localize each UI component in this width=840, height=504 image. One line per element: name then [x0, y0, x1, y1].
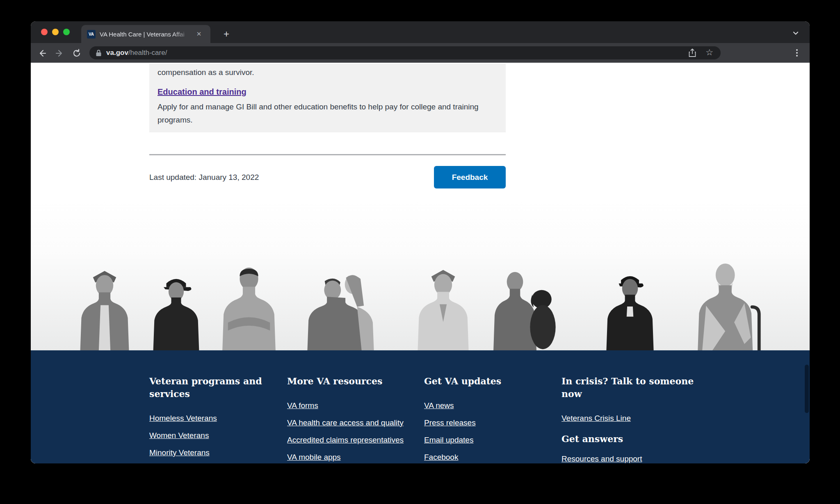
url-domain: va.gov: [106, 49, 128, 57]
veterans-photo-strip: [31, 198, 810, 350]
back-icon[interactable]: [37, 48, 48, 59]
bookmark-star-icon[interactable]: ☆: [705, 48, 713, 57]
footer-link-va-forms[interactable]: VA forms: [287, 401, 418, 410]
maximize-window-button[interactable]: [63, 29, 70, 35]
footer-link-minority-veterans[interactable]: Minority Veterans: [149, 448, 287, 457]
address-bar[interactable]: va.gov/health-care/ ☆: [89, 46, 721, 59]
lock-icon[interactable]: [95, 49, 102, 57]
footer-heading-programs: Veteran programs and services: [149, 375, 287, 400]
last-updated-text: Last updated: January 13, 2022: [149, 173, 259, 182]
veteran-photo-woman-garrison-cap: [410, 268, 477, 350]
main-content: compensation as a survivor. Education an…: [149, 63, 506, 188]
tab-search-chevron-icon[interactable]: [792, 30, 799, 39]
veteran-photo-officer: [149, 268, 203, 350]
veteran-photo-garrison-cap: [75, 269, 134, 350]
webpage-viewport: compensation as a survivor. Education an…: [31, 63, 810, 463]
tab-strip: VA VA Health Care | Veterans Affai ✕ +: [31, 21, 810, 43]
reload-icon[interactable]: [71, 48, 82, 59]
footer-link-va-mobile-apps[interactable]: VA mobile apps: [287, 453, 418, 462]
benefit-card-clipped-text: compensation as a survivor.: [158, 66, 498, 79]
footer-link-homeless-veterans[interactable]: Homeless Veterans: [149, 414, 287, 423]
page-scrollbar-thumb[interactable]: [805, 365, 809, 413]
forward-icon[interactable]: [54, 48, 65, 59]
url-path: /health-care/: [128, 49, 167, 57]
footer-link-press-releases[interactable]: Press releases: [424, 418, 555, 427]
veteran-photo-man-with-dog: [491, 265, 560, 350]
veteran-photo-flag-shirt-cane: [690, 261, 767, 350]
section-divider: [149, 154, 506, 155]
footer-link-veterans-crisis-line[interactable]: Veterans Crisis Line: [562, 414, 709, 423]
close-window-button[interactable]: [41, 29, 48, 35]
benefit-card: compensation as a survivor. Education an…: [149, 64, 506, 132]
footer-link-email-updates[interactable]: Email updates: [424, 436, 555, 445]
tab-close-icon[interactable]: ✕: [194, 29, 204, 39]
footer-link-resources-and-support[interactable]: Resources and support: [562, 454, 709, 463]
benefit-card-description: Apply for and manage GI Bill and other e…: [158, 100, 498, 127]
site-footer: Veteran programs and services Homeless V…: [31, 350, 810, 463]
footer-link-va-news[interactable]: VA news: [424, 401, 555, 410]
footer-heading-resources: More VA resources: [287, 375, 418, 388]
footer-column-programs: Veteran programs and services Homeless V…: [149, 375, 287, 463]
share-icon[interactable]: [688, 48, 697, 59]
footer-link-women-veterans[interactable]: Women Veterans: [149, 431, 287, 440]
footer-link-facebook[interactable]: Facebook: [424, 453, 555, 462]
va-favicon-icon: VA: [87, 30, 96, 39]
tab-title: VA Health Care | Veterans Affai: [100, 31, 193, 38]
veteran-photo-couple: [299, 272, 388, 350]
veteran-photo-marine-cap: [589, 272, 671, 350]
footer-heading-get-answers: Get answers: [562, 433, 709, 445]
feedback-button[interactable]: Feedback: [434, 166, 506, 188]
footer-column-crisis: In crisis? Talk to someone now Veterans …: [562, 375, 709, 463]
footer-heading-updates: Get VA updates: [424, 375, 555, 388]
veteran-photo-flight-suit: [214, 264, 284, 350]
footer-column-updates: Get VA updates VA news Press releases Em…: [424, 375, 555, 463]
window-controls: [41, 29, 70, 35]
minimize-window-button[interactable]: [52, 29, 59, 35]
browser-toolbar: va.gov/health-care/ ☆: [31, 43, 810, 63]
browser-menu-icon[interactable]: [793, 48, 801, 60]
footer-link-accredited-claims[interactable]: Accredited claims representatives: [287, 436, 418, 445]
new-tab-button[interactable]: +: [220, 28, 233, 40]
footer-column-resources: More VA resources VA forms VA health car…: [287, 375, 418, 463]
education-and-training-link[interactable]: Education and training: [158, 87, 247, 97]
browser-window: VA VA Health Care | Veterans Affai ✕ + v…: [31, 21, 810, 463]
page-meta-row: Last updated: January 13, 2022 Feedback: [149, 166, 506, 188]
footer-heading-crisis: In crisis? Talk to someone now: [562, 375, 709, 400]
active-tab[interactable]: VA VA Health Care | Veterans Affai ✕: [81, 25, 210, 43]
url-text: va.gov/health-care/: [106, 49, 167, 57]
footer-link-health-care-access[interactable]: VA health care access and quality: [287, 418, 418, 427]
